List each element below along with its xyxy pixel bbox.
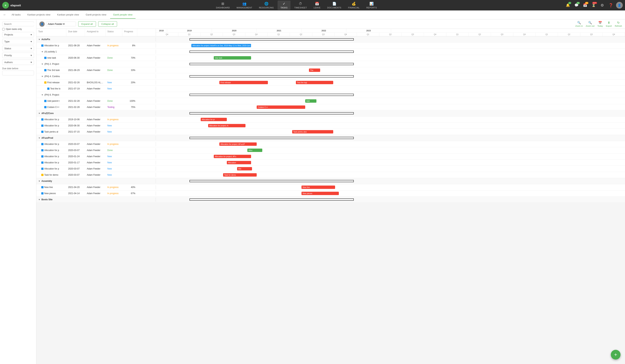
help-button[interactable]: ❓: [607, 2, 614, 9]
nav-documents[interactable]: 📄 DOCUMENTS: [324, 0, 344, 10]
zoom-out-button[interactable]: 🔍 Zoom out: [586, 21, 594, 27]
cell-progress: [122, 51, 137, 53]
cell-status: New: [105, 87, 122, 91]
gantt-bar[interactable]: Task pentru aloc: [292, 130, 333, 133]
nav-financial[interactable]: 💰 FINANCIAL: [345, 0, 363, 10]
tab-all-tasks[interactable]: All tasks: [9, 11, 24, 19]
collapse-icon[interactable]: ▼: [41, 51, 43, 53]
tab-kanban-projects[interactable]: Kanban projects view: [24, 11, 53, 19]
cell-progress: 67%: [122, 191, 137, 195]
cell-status: New: [105, 80, 122, 85]
gantt-bar[interactable]: Add: [305, 99, 316, 103]
cell-task-name: Allocation for p: [36, 160, 66, 165]
open-tasks-checkbox[interactable]: [2, 28, 5, 30]
cell-assigned: BACKLOG ALLOCAT: [85, 80, 105, 85]
top-navigation: e elapseit ⊞ DASHBOARD 👥 MANAGEMENT 🌐 RE…: [0, 0, 625, 10]
nav-resourcing[interactable]: 🌐 RESOURCING: [256, 0, 277, 10]
filter-status[interactable]: Status ▾: [2, 46, 34, 51]
gantt-bar[interactable]: Allocation for project: ActivFix on Sat,…: [191, 44, 251, 47]
cell-assigned: [85, 199, 105, 200]
gantt-bar[interactable]: new task: [214, 56, 251, 60]
open-tasks-checkbox-row: Open tasks only: [2, 28, 34, 30]
gantt-bar[interactable]: Alloc: [247, 149, 262, 152]
table-row: Add parent t 2021-02-28 Adam Feeder Done…: [36, 98, 625, 104]
tab-kanban-people[interactable]: Kanban people view: [54, 11, 82, 19]
gantt-bar[interactable]: The: [309, 68, 320, 72]
collapse-icon[interactable]: ▼: [41, 75, 43, 77]
expand-all-button[interactable]: Expand all: [78, 21, 96, 27]
fab-button[interactable]: +: [611, 350, 621, 360]
filter-projects[interactable]: Projects ▾: [2, 32, 34, 37]
collapse-icon[interactable]: ▼: [41, 94, 43, 96]
gantt-bar[interactable]: New line: [302, 185, 335, 189]
nav-management[interactable]: 👥 MANAGEMENT: [234, 0, 255, 10]
cell-status: In progress: [105, 191, 122, 195]
cell-due-date: 2019-10-06: [66, 118, 85, 121]
cell-status: In progress: [105, 185, 122, 189]
nav-tasks[interactable]: ✓ TASKS: [278, 0, 291, 10]
search-input[interactable]: [4, 23, 35, 25]
nav-reports[interactable]: 📊 REPORTS: [363, 0, 380, 10]
filter-priority[interactable]: Priority ▾: [2, 53, 34, 58]
gantt-bar-secondary[interactable]: Test the logi: [296, 81, 333, 84]
gantt-bar[interactable]: First release: [219, 81, 268, 84]
gantt-bar[interactable]: Allocation for project: AFuzzP: [219, 142, 257, 146]
tab-gantt-projects[interactable]: Gantt projects view: [83, 11, 109, 19]
tabs-bar: ← All tasks Kanban projects view Kanban …: [0, 10, 625, 19]
collapse-icon[interactable]: ▼: [38, 112, 40, 114]
nav-leave[interactable]: 📅 LEAVE: [311, 0, 323, 10]
gantt-bar[interactable]: Allo: [237, 167, 252, 170]
gantt-bar[interactable]: Allocation: [227, 161, 251, 164]
zoom-in-button[interactable]: 🔍 Zoom in: [575, 21, 583, 27]
chevron-down-icon: ▾: [31, 47, 32, 50]
export-button[interactable]: ⬇ Export: [606, 21, 612, 27]
cell-status: In progress: [105, 118, 122, 121]
refresh-button[interactable]: ↻ Refresh: [615, 21, 622, 27]
collapse-icon[interactable]: ▼: [38, 137, 40, 139]
cell-due-date: [66, 199, 85, 200]
filter-authors[interactable]: Authors ▾: [2, 60, 34, 65]
nav-timesheet[interactable]: ⏱ TIMESHEET: [291, 1, 310, 10]
cell-assigned: Adam Feeder: [85, 87, 105, 91]
back-button[interactable]: ←: [3, 13, 6, 17]
cell-status: [105, 76, 122, 77]
cell-task-name: new task: [36, 56, 66, 60]
nav-dashboard[interactable]: ⊞ DASHBOARD: [213, 0, 233, 10]
filter-type[interactable]: Type ▾: [2, 39, 34, 44]
due-date-input[interactable]: [2, 71, 34, 75]
collapse-icon[interactable]: ▼: [38, 38, 40, 40]
user-select-dropdown[interactable]: Adam Feeder ▾: [46, 22, 76, 26]
collapse-icon[interactable]: ▼: [38, 180, 40, 182]
collapse-icon[interactable]: ▼: [38, 198, 40, 201]
gantt-body: ▼ ActivFix Allocation for p 2021-08-28 A…: [36, 36, 625, 203]
cell-progress: 20%: [122, 80, 137, 85]
gantt-bar[interactable]: Allocation for project: A: [208, 124, 246, 127]
gantt-bar[interactable]: Allocation for pr: [201, 118, 227, 121]
cell-assigned: Adam Feeder: [85, 160, 105, 165]
collapse-all-button[interactable]: Collapse all: [98, 21, 117, 27]
cell-task-name: ▼ Assembly: [36, 179, 66, 183]
cell-task-name: ▼ (PH) 2. Project: [36, 62, 66, 66]
gantt-bar[interactable]: Allocation for project: AFu: [214, 155, 251, 158]
leave-icon: 📅: [315, 2, 319, 6]
cell-assigned: Adam Feeder: [85, 56, 105, 60]
messages-badge[interactable]: 💬 74: [573, 2, 580, 9]
cell-status: Done: [105, 56, 122, 60]
tab-gantt-people[interactable]: Gantt people view: [110, 11, 135, 19]
gantt-bar[interactable]: Task for demo: [223, 173, 257, 177]
logo-area[interactable]: e elapseit: [2, 2, 28, 9]
cell-progress: [122, 156, 137, 157]
calendar-badge[interactable]: 📅 84: [582, 2, 588, 9]
cell-assigned: Adam Feeder: [85, 43, 105, 48]
gantt-bar[interactable]: Codare C++: [257, 105, 305, 109]
user-avatar[interactable]: 👤: [616, 2, 623, 9]
year-row: 2018 2019 2020 2021 2022 2023: [156, 29, 625, 33]
notification-badge[interactable]: 🔔 1: [564, 2, 571, 9]
timer-badge[interactable]: ⏳ OUT: [590, 2, 597, 9]
collapse-icon[interactable]: ▼: [41, 63, 43, 65]
gantt-bar[interactable]: New pieces: [302, 192, 339, 195]
cell-assigned: Adam Feeder: [85, 99, 105, 103]
today-button[interactable]: 📅 Today: [597, 21, 603, 27]
search-area[interactable]: 🔍: [2, 22, 34, 26]
settings-button[interactable]: ⚙: [599, 2, 606, 9]
